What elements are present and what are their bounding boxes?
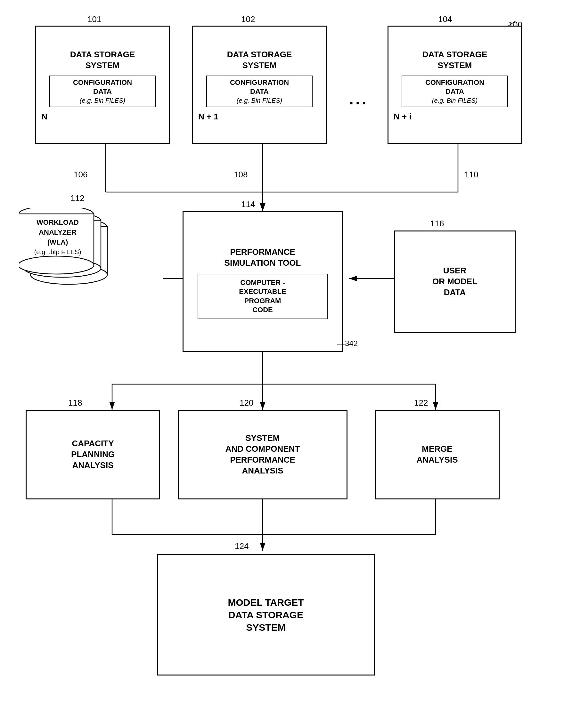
dss3-config-sub: (e.g. Bin FILES)	[405, 96, 504, 105]
mtdss-title: MODEL TARGETDATA STORAGESYSTEM	[225, 595, 306, 635]
ref-110: 110	[464, 170, 478, 180]
ref-122: 122	[414, 398, 428, 408]
dss1-inner: CONFIGURATIONDATA (e.g. Bin FILES)	[49, 76, 155, 107]
dss2-config-title: CONFIGURATIONDATA	[210, 78, 308, 96]
pst-inner: COMPUTER -EXECUTABLEPROGRAMCODE	[198, 274, 327, 319]
dss3-box: 104 DATA STORAGESYSTEM CONFIGURATIONDATA…	[387, 26, 522, 144]
ref-112: 112	[71, 193, 84, 203]
diagram: 100 101 DATA STORAGESYSTEM CONFIGURATION…	[0, 0, 580, 728]
ref-101: 101	[87, 15, 101, 24]
ref-342: —342	[337, 339, 358, 348]
dss2-config-sub: (e.g. Bin FILES)	[210, 96, 308, 105]
ref-124: 124	[235, 541, 249, 551]
dss3-title: DATA STORAGESYSTEM	[420, 48, 490, 72]
cpa-box: 118 CAPACITYPLANNINGANALYSIS	[26, 410, 160, 499]
dss3-index: N + i	[388, 112, 411, 122]
cpa-title: CAPACITYPLANNINGANALYSIS	[69, 437, 117, 472]
ellipsis: ...	[349, 89, 368, 108]
dss2-title: DATA STORAGESYSTEM	[225, 48, 295, 72]
dss1-box: 101 DATA STORAGESYSTEM CONFIGURATIONDATA…	[35, 26, 170, 144]
ref-106: 106	[74, 170, 87, 180]
ref-120: 120	[239, 398, 253, 408]
pst-box: 114 PERFORMANCESIMULATION TOOL COMPUTER …	[182, 211, 343, 352]
dss1-config-title: CONFIGURATIONDATA	[53, 78, 151, 96]
dss3-inner: CONFIGURATIONDATA (e.g. Bin FILES)	[402, 76, 508, 107]
dss1-title: DATA STORAGESYSTEM	[68, 48, 138, 72]
dss2-inner: CONFIGURATIONDATA (e.g. Bin FILES)	[206, 76, 312, 107]
scpa-box: 120 SYSTEMAND COMPONENTPERFORMANCEANALYS…	[178, 410, 348, 499]
wla-group: WORKLOADANALYZER(WLA)(e.g. .btp FILES) 1…	[19, 208, 141, 350]
ref-114: 114	[241, 200, 255, 209]
umd-title: USEROR MODELDATA	[430, 264, 480, 299]
wla-label: WORKLOADANALYZER(WLA)(e.g. .btp FILES)	[19, 218, 96, 257]
mtdss-box: 124 MODEL TARGETDATA STORAGESYSTEM	[157, 554, 375, 676]
dss1-index: N	[36, 112, 47, 122]
ref-104: 104	[438, 15, 452, 24]
ref-102: 102	[241, 15, 255, 24]
pst-code-title: COMPUTER -EXECUTABLEPROGRAMCODE	[203, 278, 322, 315]
dss2-box: 102 DATA STORAGESYSTEM CONFIGURATIONDATA…	[192, 26, 327, 144]
dss3-config-title: CONFIGURATIONDATA	[405, 78, 504, 96]
svg-point-28	[19, 256, 94, 274]
dss2-index: N + 1	[193, 112, 219, 122]
ma-box: 122 MERGEANALYSIS	[375, 410, 500, 499]
ref-116: 116	[430, 219, 444, 229]
dss1-config-sub: (e.g. Bin FILES)	[53, 96, 151, 105]
pst-title: PERFORMANCESIMULATION TOOL	[222, 244, 304, 271]
umd-box: 116 USEROR MODELDATA	[394, 231, 515, 333]
ma-title: MERGEANALYSIS	[414, 442, 460, 467]
ref-118: 118	[68, 398, 82, 408]
ref-108: 108	[234, 170, 248, 180]
scpa-title: SYSTEMAND COMPONENTPERFORMANCEANALYSIS	[223, 432, 303, 477]
